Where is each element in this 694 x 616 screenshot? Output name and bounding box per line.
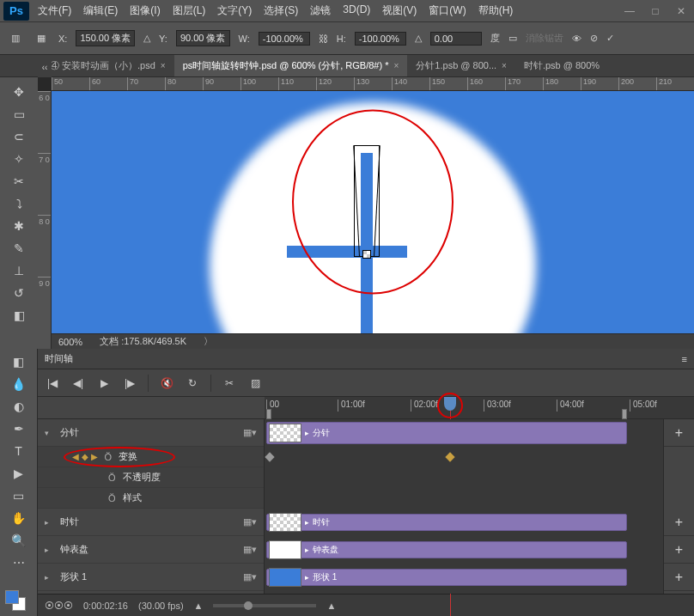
- path-select-tool[interactable]: ▶: [9, 464, 29, 483]
- current-time[interactable]: 0:00:02:16: [83, 601, 128, 611]
- menu-select[interactable]: 选择(S): [259, 0, 303, 21]
- interpolation-icon[interactable]: ▭: [508, 33, 517, 44]
- pen-tool[interactable]: ✒: [9, 419, 29, 438]
- pos-link-icon[interactable]: △: [143, 33, 150, 44]
- menu-window[interactable]: 窗口(W): [423, 0, 471, 21]
- wand-tool[interactable]: ✧: [9, 149, 29, 168]
- ref-point-icon[interactable]: ▦: [33, 30, 50, 47]
- gradient-tool[interactable]: ◧: [9, 352, 29, 371]
- eraser-tool[interactable]: ◧: [9, 306, 29, 325]
- hand-tool[interactable]: ✋: [9, 509, 29, 528]
- audio-toggle[interactable]: 🔇: [159, 377, 174, 389]
- clip-dial[interactable]: ▸钟表盘: [266, 541, 627, 558]
- shape-tool[interactable]: ▭: [9, 486, 29, 505]
- type-tool[interactable]: T: [9, 442, 29, 460]
- tool-preset-icon[interactable]: ▥: [7, 30, 24, 47]
- menu-view[interactable]: 视图(V): [377, 0, 422, 21]
- render-button[interactable]: ⦿⦿⦿: [45, 601, 73, 611]
- close-icon[interactable]: ×: [394, 61, 399, 70]
- tab-0[interactable]: ④ 安装时动画（小）.psd×: [41, 55, 174, 76]
- zoom-slider[interactable]: [213, 604, 316, 607]
- split-clip-button[interactable]: ✂: [222, 377, 237, 389]
- clip-hour[interactable]: ▸时针: [266, 514, 627, 531]
- w-field[interactable]: -100.00%: [259, 32, 310, 46]
- menu-filter[interactable]: 滤镜: [305, 0, 336, 21]
- stopwatch-icon[interactable]: Ŏ: [108, 493, 116, 503]
- x-field[interactable]: 150.00 像素: [76, 30, 135, 46]
- canvas[interactable]: [52, 91, 694, 349]
- menu-help[interactable]: 帮助(H): [473, 0, 519, 21]
- transition-button[interactable]: ▨: [247, 377, 263, 389]
- color-swatches[interactable]: [5, 590, 26, 611]
- close-icon[interactable]: ×: [502, 61, 507, 70]
- track-clips[interactable]: ▸分针 ▸时针 ▸钟表盘 ▸形状 1: [265, 419, 663, 594]
- tab-2[interactable]: 分针1.psb @ 800...×: [407, 55, 515, 76]
- history-brush-tool[interactable]: ↺: [9, 284, 29, 302]
- h-field[interactable]: -100.00%: [355, 32, 406, 46]
- tab-1[interactable]: ps时间轴旋转时钟.psd @ 600% (分针, RGB/8#) *×: [174, 55, 408, 76]
- status-arrow-icon[interactable]: 〉: [204, 335, 213, 348]
- timeline-ruler[interactable]: 00 01:00f 02:00f 03:00f 04:00f 05:00f: [265, 397, 694, 418]
- track-hour[interactable]: ▸ 时针 ▦▾: [38, 509, 264, 536]
- loop-toggle[interactable]: ↻: [185, 377, 200, 389]
- cancel-transform-icon[interactable]: ⊘: [590, 33, 598, 44]
- layer-options-icon[interactable]: ▦▾: [243, 544, 257, 555]
- y-field[interactable]: 90.00 像素: [176, 30, 230, 46]
- menu-type[interactable]: 文字(Y): [212, 0, 257, 21]
- next-frame-button[interactable]: |▶: [122, 377, 137, 389]
- eyedropper-tool[interactable]: ⤵: [9, 194, 29, 213]
- zoom-in-icon[interactable]: ▲: [326, 601, 336, 611]
- zoom-out-icon[interactable]: ▲: [194, 601, 204, 611]
- heal-tool[interactable]: ✱: [9, 217, 29, 235]
- warp-icon[interactable]: 👁: [572, 34, 581, 44]
- add-media-button[interactable]: +: [664, 564, 694, 591]
- clip-shape[interactable]: ▸形状 1: [266, 569, 627, 586]
- keyframe-active[interactable]: [445, 452, 454, 461]
- angle-field[interactable]: 0.00: [430, 32, 482, 46]
- marquee-tool[interactable]: ▭: [9, 105, 29, 124]
- lasso-tool[interactable]: ⊂: [9, 127, 29, 146]
- menu-3d[interactable]: 3D(D): [338, 0, 375, 21]
- tab-scroll-left[interactable]: ‹‹: [38, 57, 52, 77]
- move-tool[interactable]: ✥: [9, 82, 29, 101]
- add-media-button[interactable]: +: [664, 536, 694, 564]
- menu-file[interactable]: 文件(F): [33, 0, 76, 21]
- zoom-tool[interactable]: 🔍: [9, 531, 29, 550]
- close-button[interactable]: ✕: [668, 0, 694, 22]
- chevron-right-icon[interactable]: ▸: [45, 518, 53, 527]
- minimize-button[interactable]: —: [617, 0, 642, 22]
- prev-frame-button[interactable]: ◀|: [70, 377, 86, 389]
- canvas-viewport[interactable]: 5060708090100110120130140150160170180190…: [38, 77, 694, 349]
- panel-menu-icon[interactable]: ≡: [682, 354, 687, 364]
- track-dial[interactable]: ▸ 钟表盘 ▦▾: [38, 536, 264, 564]
- menu-layer[interactable]: 图层(L): [167, 0, 211, 21]
- prop-style[interactable]: Ŏ 样式: [38, 488, 264, 509]
- keyframe[interactable]: [265, 452, 274, 461]
- menu-image[interactable]: 图像(I): [125, 0, 165, 21]
- chevron-down-icon[interactable]: ▾: [45, 429, 53, 437]
- playhead[interactable]: [444, 397, 456, 411]
- work-area-start[interactable]: [266, 409, 271, 419]
- keyframe-nav[interactable]: ◀ ◆ ▶: [72, 452, 98, 461]
- prop-opacity[interactable]: Ŏ 不透明度: [38, 467, 264, 488]
- doc-size[interactable]: 文档 :175.8K/469.5K: [100, 335, 186, 348]
- close-icon[interactable]: ×: [161, 61, 166, 70]
- chevron-right-icon[interactable]: ▸: [45, 546, 53, 554]
- clip-minute[interactable]: ▸分针: [266, 422, 627, 444]
- track-shape[interactable]: ▸ 形状 1 ▦▾: [38, 564, 264, 591]
- layer-options-icon[interactable]: ▦▾: [243, 571, 257, 582]
- maximize-button[interactable]: □: [642, 0, 668, 22]
- wh-link-icon[interactable]: ⛓: [319, 34, 328, 44]
- add-media-button[interactable]: +: [664, 419, 694, 447]
- blur-tool[interactable]: 💧: [9, 375, 29, 393]
- tab-3[interactable]: 时针.psb @ 800%: [515, 55, 608, 76]
- chevron-right-icon[interactable]: ▸: [45, 573, 53, 582]
- commit-transform-icon[interactable]: ✓: [606, 33, 614, 44]
- stopwatch-icon[interactable]: Ŏ: [108, 473, 116, 483]
- prop-transform[interactable]: ◀ ◆ ▶ Ŏ 变换: [38, 447, 264, 467]
- stamp-tool[interactable]: ⊥: [9, 261, 29, 280]
- add-media-button[interactable]: +: [664, 509, 694, 536]
- goto-start-button[interactable]: |◀: [45, 377, 60, 389]
- layer-options-icon[interactable]: ▦▾: [243, 427, 257, 438]
- brush-tool[interactable]: ✎: [9, 239, 29, 258]
